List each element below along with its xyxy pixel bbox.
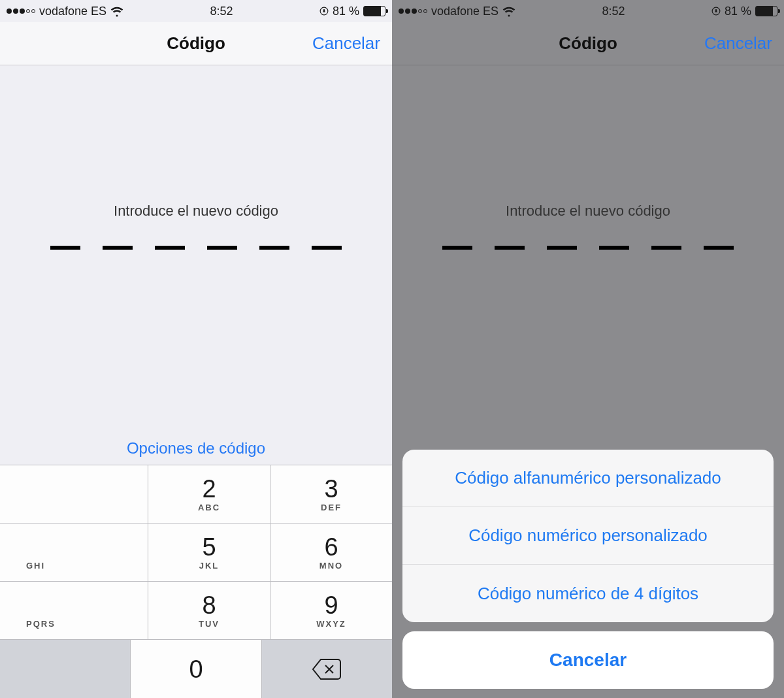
- keypad-key-5[interactable]: 5JKL: [148, 524, 270, 582]
- cancel-button[interactable]: Cancelar: [704, 33, 772, 54]
- passcode-options-actionsheet: Código alfanumérico personalizado Código…: [402, 450, 774, 689]
- passcode-field: [392, 246, 784, 250]
- keypad-key-0[interactable]: 0: [131, 640, 261, 698]
- signal-strength-icon: [399, 8, 427, 14]
- battery-icon: [363, 6, 385, 16]
- keypad-key-2[interactable]: 2ABC: [148, 465, 270, 524]
- numeric-keypad: 1 2ABC 3DEF 4GHI 5JKL 6MNO 7PQRS 8TUV 9W…: [0, 465, 392, 698]
- keypad-key-9[interactable]: 9WXYZ: [270, 582, 392, 640]
- battery-icon: [755, 6, 777, 16]
- passcode-field[interactable]: [0, 246, 392, 250]
- clock-label: 8:52: [602, 5, 625, 18]
- battery-percent-label: 81 %: [725, 5, 751, 18]
- signal-strength-icon: [7, 8, 35, 14]
- option-alphanumeric-custom[interactable]: Código alfanumérico personalizado: [402, 450, 774, 507]
- navigation-bar: Código Cancelar: [0, 22, 392, 65]
- passcode-prompt: Introduce el nuevo código: [392, 65, 784, 250]
- wifi-icon: [110, 5, 123, 18]
- navigation-bar: Código Cancelar: [392, 22, 784, 65]
- keypad-key-4[interactable]: 4GHI: [0, 524, 148, 582]
- page-title: Código: [167, 33, 225, 54]
- actionsheet-cancel-button[interactable]: Cancelar: [402, 631, 774, 689]
- orientation-lock-icon: [711, 7, 721, 16]
- keypad-key-1[interactable]: 1: [0, 465, 148, 524]
- keypad-backspace[interactable]: [262, 640, 392, 698]
- screen-left-passcode-entry: vodafone ES 8:52 81 % Código Cancelar In…: [0, 0, 392, 698]
- page-title: Código: [559, 33, 617, 54]
- carrier-label: vodafone ES: [431, 5, 498, 18]
- passcode-prompt: Introduce el nuevo código: [0, 65, 392, 250]
- keypad-key-7[interactable]: 7PQRS: [0, 582, 148, 640]
- keypad-blank: [0, 640, 131, 698]
- passcode-options-link[interactable]: Opciones de código: [0, 439, 392, 457]
- status-bar: vodafone ES 8:52 81 %: [0, 0, 392, 22]
- keypad-key-3[interactable]: 3DEF: [270, 465, 392, 524]
- keypad-key-6[interactable]: 6MNO: [270, 524, 392, 582]
- keypad-key-8[interactable]: 8TUV: [148, 582, 270, 640]
- prompt-label: Introduce el nuevo código: [0, 203, 392, 220]
- status-bar: vodafone ES 8:52 81 %: [392, 0, 784, 22]
- cancel-button[interactable]: Cancelar: [312, 33, 380, 54]
- battery-percent-label: 81 %: [333, 5, 359, 18]
- orientation-lock-icon: [319, 7, 329, 16]
- option-numeric-custom[interactable]: Código numérico personalizado: [402, 507, 774, 565]
- prompt-label: Introduce el nuevo código: [392, 203, 784, 220]
- wifi-icon: [502, 5, 515, 18]
- carrier-label: vodafone ES: [39, 5, 106, 18]
- screen-right-passcode-options-sheet: vodafone ES 8:52 81 % Código Cancelar In…: [392, 0, 784, 698]
- clock-label: 8:52: [210, 5, 233, 18]
- option-numeric-4digit[interactable]: Código numérico de 4 dígitos: [402, 565, 774, 622]
- backspace-icon: [311, 658, 342, 680]
